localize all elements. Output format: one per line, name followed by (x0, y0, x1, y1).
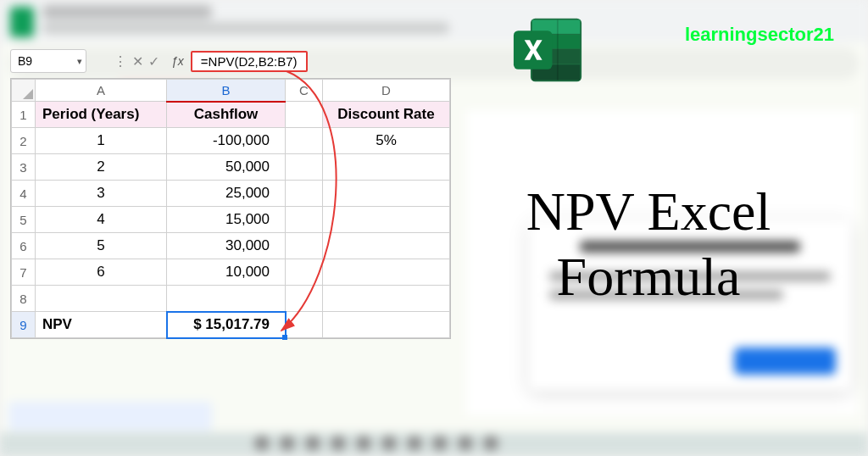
cell-D8[interactable] (323, 286, 450, 312)
cell-D6[interactable] (323, 233, 450, 259)
row-header-1[interactable]: 1 (12, 102, 36, 128)
row-header-9[interactable]: 9 (12, 312, 36, 338)
title-line2: Formula (557, 247, 741, 307)
row-header-5[interactable]: 5 (12, 207, 36, 233)
spreadsheet[interactable]: A B C D 1 Period (Years) Cashflow Discou… (10, 78, 451, 339)
cell-B6[interactable]: 30,000 (167, 233, 286, 259)
cell-B1[interactable]: Cashflow (167, 102, 286, 128)
overlay-title: NPV Excel Formula (449, 180, 848, 310)
fx-icon[interactable]: ƒx (171, 54, 184, 68)
separator-icon: ⋮ (114, 53, 127, 70)
table-row: 3 2 50,000 (12, 154, 450, 181)
svg-rect-5 (557, 19, 559, 80)
accept-icon[interactable]: ✓ (148, 53, 159, 70)
row-header-7[interactable]: 7 (12, 259, 36, 286)
table-row: 7 6 10,000 (12, 259, 450, 286)
cancel-icon[interactable]: ✕ (132, 53, 143, 70)
table-row: 5 4 15,000 (12, 207, 450, 233)
cell-B4[interactable]: 25,000 (167, 181, 286, 207)
cell-A5[interactable]: 4 (36, 207, 167, 233)
col-header-B[interactable]: B (167, 80, 286, 102)
row-header-3[interactable]: 3 (12, 154, 36, 181)
table-row: 6 5 30,000 (12, 233, 450, 259)
cell-D3[interactable] (323, 154, 450, 181)
cell-D4[interactable] (323, 181, 450, 207)
cell-B2[interactable]: -100,000 (167, 128, 286, 154)
cell-D5[interactable] (323, 207, 450, 233)
cell-C4[interactable] (286, 181, 323, 207)
cell-A9[interactable]: NPV (36, 312, 167, 338)
cell-C5[interactable] (286, 207, 323, 233)
cell-B3[interactable]: 50,000 (167, 154, 286, 181)
table-row: 9 NPV $ 15,017.79 (12, 312, 450, 338)
cell-C2[interactable] (286, 128, 323, 154)
cell-A4[interactable]: 3 (36, 181, 167, 207)
cell-A8[interactable] (36, 286, 167, 312)
table-row: 8 (12, 286, 450, 312)
excel-logo-icon (509, 15, 587, 85)
cell-C9[interactable] (286, 312, 323, 338)
cell-B9[interactable]: $ 15,017.79 (167, 312, 286, 338)
watermark: learningsector21 (685, 24, 834, 46)
table-row: 2 1 -100,000 5% (12, 128, 450, 154)
col-header-C[interactable]: C (286, 80, 323, 102)
table-row: 1 Period (Years) Cashflow Discount Rate (12, 102, 450, 128)
cell-D1[interactable]: Discount Rate (323, 102, 450, 128)
cell-D2[interactable]: 5% (323, 128, 450, 154)
cell-D7[interactable] (323, 259, 450, 286)
cell-B8[interactable] (167, 286, 286, 312)
cell-C8[interactable] (286, 286, 323, 312)
name-box[interactable]: ▾ (10, 49, 86, 73)
row-header-4[interactable]: 4 (12, 181, 36, 207)
cell-A7[interactable]: 6 (36, 259, 167, 286)
cell-C6[interactable] (286, 233, 323, 259)
cell-A6[interactable]: 5 (36, 233, 167, 259)
select-all-corner[interactable] (12, 80, 36, 102)
row-header-8[interactable]: 8 (12, 286, 36, 312)
title-line1: NPV Excel (526, 181, 771, 242)
cell-D9[interactable] (323, 312, 450, 338)
table-row: 4 3 25,000 (12, 181, 450, 207)
cell-B5[interactable]: 15,000 (167, 207, 286, 233)
formula-input[interactable]: =NPV(D2,B2:B7) (191, 51, 308, 72)
cell-A2[interactable]: 1 (36, 128, 167, 154)
cell-B7[interactable]: 10,000 (167, 259, 286, 286)
formula-bar: ⋮ ✕ ✓ ƒx =NPV(D2,B2:B7) (108, 49, 308, 73)
col-header-D[interactable]: D (323, 80, 450, 102)
cell-C7[interactable] (286, 259, 323, 286)
chevron-down-icon[interactable]: ▾ (77, 56, 82, 67)
cell-C3[interactable] (286, 154, 323, 181)
row-header-6[interactable]: 6 (12, 233, 36, 259)
row-header-2[interactable]: 2 (12, 128, 36, 154)
name-box-input[interactable] (14, 53, 74, 70)
col-header-A[interactable]: A (36, 80, 167, 102)
cell-C1[interactable] (286, 102, 323, 128)
cell-A3[interactable]: 2 (36, 154, 167, 181)
cell-A1[interactable]: Period (Years) (36, 102, 167, 128)
